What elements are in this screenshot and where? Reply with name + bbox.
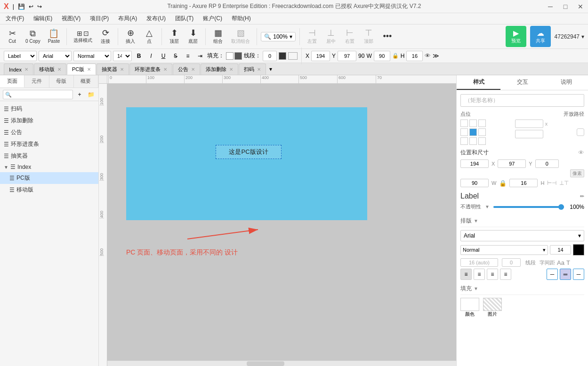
cut-button[interactable]: ✂ Cut [4,27,21,46]
copy-button[interactable]: ⧉ 0 Copy [23,27,43,46]
pos-x-input[interactable] [460,159,489,168]
tab-lottery[interactable]: 抽奖器 ✕ [97,64,129,75]
share-button[interactable]: ☁ 共享 [530,26,551,47]
fill-color-btn[interactable] [226,52,234,60]
y-input[interactable] [338,51,356,61]
pos-z-input[interactable] [535,159,559,168]
tab-announcement-close[interactable]: ✕ [191,67,195,72]
anchor-x-input[interactable] [515,119,543,128]
font-size-select[interactable]: 14 [113,51,132,61]
project-id[interactable]: 47262947 ▾ [555,33,584,40]
align-justify-button[interactable]: ≡ [500,269,511,280]
indent-button[interactable]: ⇥ [195,51,205,61]
fit-height-icon[interactable]: ⊥⊤ [559,180,569,186]
italic-button[interactable]: I [146,51,156,61]
add-folder-button[interactable]: 📁 [86,90,96,99]
menu-help[interactable]: 帮助(H) [228,14,255,24]
anchor-mc[interactable] [469,128,477,136]
minimize-button[interactable]: ─ [547,3,554,10]
save-icon[interactable]: 💾 [18,3,25,10]
opacity-toggle[interactable]: ▼ [485,204,490,209]
align-center-button[interactable]: ≡ [474,269,485,280]
anchor-mr[interactable] [478,128,486,136]
paste-button[interactable]: 📋 Paste [45,27,63,46]
list-item[interactable]: ☰ 扫码 [0,103,98,115]
top-layer-button[interactable]: ⬆ 顶层 [166,27,183,47]
unit-button[interactable]: 像素 [570,169,584,177]
valign-bottom-button[interactable]: ─ [573,269,584,280]
visible-icon[interactable]: 👁 [425,52,431,59]
fill-color-button[interactable]: 颜色 [460,298,479,318]
list-item[interactable]: ☰ 公告 [0,127,98,138]
text-style-icon[interactable]: Aa [557,259,564,266]
font-style-select[interactable]: Normal [73,51,111,61]
canvas-text-element[interactable]: 这是PC版设计 [216,145,282,159]
stroke-color-btn[interactable] [279,52,286,60]
h-input[interactable] [406,51,423,61]
valign-top-button[interactable]: ─ [547,269,558,280]
pos-visible-icon[interactable]: 👁 [578,149,584,156]
list-item[interactable]: ☰ 抽奖器 [0,150,98,162]
tab-announcement[interactable]: 公告 ✕ [173,64,200,75]
anchor-br[interactable] [478,137,486,145]
font-family-select[interactable]: Arial [39,51,72,61]
menu-team[interactable]: 团队(T) [171,14,197,24]
anchor-tc[interactable] [469,119,477,127]
list-item[interactable]: ☰ 环形进度条 [0,138,98,150]
font-style-panel-select[interactable]: Normal ▾ [460,245,548,255]
select-mode-button[interactable]: ⊞ ⊡ 选择模式 [71,28,95,46]
size-h-input[interactable] [509,179,538,187]
menu-project[interactable]: 项目(P) [86,14,113,24]
element-edit-icon[interactable]: ✏ [580,193,584,199]
more-format-icon[interactable]: ≫ [433,52,439,59]
lock-aspect-icon[interactable]: 🔒 [499,180,507,187]
search-input[interactable] [3,90,73,99]
redo-icon[interactable]: ↪ [37,3,42,10]
underline-button[interactable]: U [158,51,169,61]
menu-layout[interactable]: 布局(A) [114,14,141,24]
list-item[interactable]: ☰ PC版 [0,172,98,184]
tab-pc-close[interactable]: ✕ [87,67,91,72]
font-family-panel-select[interactable]: Arial ▾ [460,230,584,241]
strikethrough-button[interactable]: S̶ [170,51,181,61]
x-input[interactable] [311,51,330,61]
bold-button[interactable]: B [134,51,144,61]
tab-lottery-close[interactable]: ✕ [120,67,124,72]
element-type-select[interactable]: Label [4,51,37,61]
menu-publish[interactable]: 发布(U) [143,14,169,24]
connect-button[interactable]: ⟳ 连接 [97,27,114,47]
tab-index[interactable]: Index ✕ [4,64,33,75]
anchor-ml[interactable] [460,128,468,136]
pos-y-input[interactable] [498,159,526,168]
w-input[interactable] [374,51,390,61]
tab-scan-close[interactable]: ✕ [257,67,261,72]
open-path-toggle[interactable] [577,119,584,145]
anchor-bc[interactable] [469,137,477,145]
list-item[interactable]: ▼ ☰ Index [0,162,98,172]
tab-notes[interactable]: 说明 [544,75,588,90]
nav-outline[interactable]: 概要 [74,75,98,88]
menu-view[interactable]: 视图(V) [58,14,84,24]
left-align-button[interactable]: ⊣ 左置 [304,27,321,47]
center-align-button[interactable]: ⊥ 居中 [322,27,339,47]
fill-color-btn2[interactable] [234,52,242,60]
undo-icon[interactable]: ↩ [29,3,33,10]
tab-add-delete-close[interactable]: ✕ [229,67,233,72]
tab-interaction[interactable]: 交互 [500,75,544,90]
tab-add-delete[interactable]: 添加删除 ✕ [201,64,238,75]
tab-style[interactable]: 样式 [457,75,500,90]
ungroup-button[interactable]: ▧ 取消组合 [228,27,253,47]
typography-toggle[interactable]: ▼ [474,218,478,223]
tab-mobile[interactable]: 移动版 ✕ [34,64,66,75]
top-align-button[interactable]: ⊤ 顶部 [360,27,377,47]
fit-width-icon[interactable]: ⊢⊣ [547,180,556,186]
fill-toggle[interactable]: ▼ [474,286,478,291]
stroke-value-input[interactable] [263,51,277,61]
size-w-input[interactable] [460,179,489,187]
group-button[interactable]: ▦ 组合 [209,27,226,47]
tab-scan[interactable]: 扫码 ✕ [239,64,266,75]
tab-progress-close[interactable]: ✕ [163,67,167,72]
anchor-tl[interactable] [460,119,468,127]
element-name-input[interactable]: （矩形名称） [460,94,584,107]
letter-spacing-input[interactable] [502,258,521,267]
